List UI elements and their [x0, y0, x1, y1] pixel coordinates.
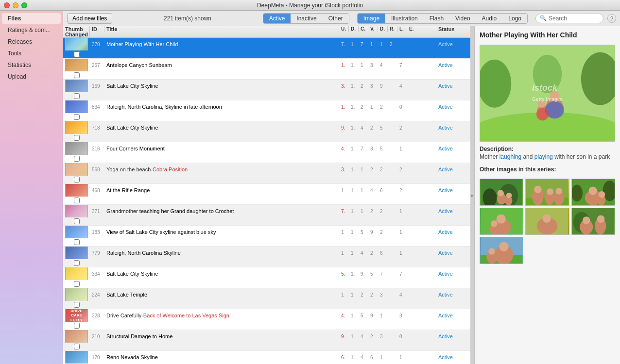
series-thumb-7[interactable] [480, 237, 523, 264]
table-row[interactable]: 779 Raleigh, North Carolina Skyline 1 1 … [63, 247, 470, 267]
help-button[interactable]: ? [607, 14, 616, 23]
row-status: Active [436, 38, 470, 50]
svg-point-21 [534, 186, 541, 193]
add-files-button[interactable]: Add new files [67, 13, 112, 24]
minimize-button[interactable] [13, 2, 18, 8]
table-row[interactable]: 183 View of Salt Lake City skyline again… [63, 226, 470, 247]
col-status[interactable]: Status [436, 26, 470, 32]
table-row[interactable]: 371 Grandmother teaching her Grand daugh… [63, 205, 470, 226]
table-row[interactable]: 468 At the Rifle Range 1 1. 1 4 6 2 Acti… [63, 184, 470, 205]
svg-point-30 [588, 186, 597, 195]
search-icon: 🔍 [540, 15, 547, 21]
table-row[interactable]: 370 Mother Playing With Her Child 7. 1. … [63, 38, 470, 59]
svg-point-10 [536, 108, 549, 121]
table-row[interactable]: 170 Reno Nevada Skyline 6. 1. 4 6 1 1 Ac… [63, 351, 470, 364]
tab-audio[interactable]: Audio [476, 14, 503, 23]
series-thumb-6[interactable] [571, 208, 615, 235]
sidebar-item-files[interactable]: Files [2, 13, 61, 24]
tab-flash[interactable]: Flash [424, 14, 449, 23]
sidebar-item-releases[interactable]: Releases [2, 36, 61, 47]
svg-point-37 [491, 220, 498, 227]
series-thumb-4[interactable] [480, 208, 523, 235]
table-row[interactable]: 224 Salt Lake Temple 1 1 2 2 3 4 Active [63, 288, 470, 309]
series-thumb-2[interactable] [525, 179, 569, 206]
svg-point-44 [583, 216, 590, 224]
maximize-button[interactable] [21, 2, 27, 8]
right-panel: Mother Playing With Her Child [474, 26, 620, 364]
svg-point-25 [556, 188, 563, 195]
tab-illustration[interactable]: Illustration [385, 14, 424, 23]
col-e[interactable]: E. [407, 26, 436, 32]
table-row[interactable]: 718 Salt Lake City Skyline 9. 1. 4 2 5 2… [63, 121, 470, 142]
file-table: Thumb ID Title U. D. C. V. D. R. L. E. S… [63, 26, 470, 364]
col-d2[interactable]: D. [378, 26, 388, 32]
row-checkbox-cell[interactable] [63, 50, 90, 58]
col-u[interactable]: U. [339, 26, 349, 32]
tab-logo[interactable]: Logo [502, 14, 527, 23]
svg-point-50 [499, 242, 508, 251]
col-changed[interactable]: Changed [63, 32, 90, 38]
tab-active[interactable]: Active [263, 14, 291, 23]
sidebar-item-tools[interactable]: Tools [2, 48, 61, 59]
table-row[interactable]: 568 Yoga on the beach - Cobra Position 3… [63, 163, 470, 184]
svg-point-17 [506, 193, 512, 199]
col-r[interactable]: R. [388, 26, 397, 32]
svg-point-35 [497, 215, 506, 224]
tab-image[interactable]: Image [358, 14, 385, 23]
col-title[interactable]: Title [104, 26, 339, 32]
toolbar: Add new files 221 item(s) shown Active I… [63, 11, 620, 26]
window-title: DeepMeta - Manage your iStock portfolio [257, 2, 363, 9]
tab-video[interactable]: Video [449, 14, 476, 23]
table-row[interactable]: 316 Four Corners Monument 4. 1. 7 3 5 1 … [63, 142, 470, 163]
series-thumb-1[interactable] [480, 179, 523, 206]
search-input[interactable] [549, 15, 599, 22]
series-grid [480, 179, 615, 264]
table-row[interactable]: 159 Salt Lake City Skyline 3. 1. 2 3 9 4… [63, 80, 470, 100]
svg-point-40 [543, 215, 551, 223]
main-preview-image: istockGetty Images [480, 45, 615, 142]
series-thumb-5[interactable] [525, 208, 569, 235]
col-id[interactable]: ID [90, 26, 104, 32]
col-v[interactable]: V. [368, 26, 378, 32]
description-label: Description: [480, 146, 615, 152]
series-label: Other images in this series: [480, 166, 615, 173]
thumb-cell [63, 38, 90, 50]
description-text: Mother laughing and playing with her son… [480, 153, 615, 160]
sidebar: Files Ratings & com... Releases Tools St… [0, 11, 63, 364]
selected-item-title: Mother Playing With Her Child [480, 31, 615, 39]
description-section: Description: Mother laughing and playing… [480, 146, 615, 160]
search-box[interactable]: 🔍 [535, 14, 603, 23]
table-row[interactable]: 834 Raleigh, North Carolina, Skyline in … [63, 100, 470, 121]
svg-point-15 [497, 190, 504, 197]
table-row[interactable]: 257 Antelope Canyon Sunbeam 1. 1. 1 3 4 … [63, 59, 470, 80]
col-l[interactable]: L. [397, 26, 407, 32]
svg-point-32 [598, 191, 605, 198]
table-row[interactable]: 210 Structural Damage to Home 9. 1. 4 2 … [63, 330, 470, 351]
table-row[interactable]: DRIVECAREFULLY 328 Drive Carefully - Bac… [63, 309, 470, 330]
window-controls[interactable] [4, 2, 27, 8]
tab-inactive[interactable]: Inactive [291, 14, 322, 23]
row-id: 370 [90, 38, 104, 50]
tab-other[interactable]: Other [323, 14, 349, 23]
table-header: Thumb ID Title U. D. C. V. D. R. L. E. S… [63, 26, 470, 38]
watermark: istockGetty Images [532, 83, 563, 103]
svg-point-52 [488, 248, 495, 255]
titlebar: DeepMeta - Manage your iStock portfolio [0, 0, 620, 11]
status-tab-group: Active Inactive Other [263, 13, 349, 24]
type-tab-group: Image Illustration Flash Video Audio Log… [357, 13, 528, 24]
col-d[interactable]: D. [349, 26, 359, 32]
col-c[interactable]: C. [359, 26, 368, 32]
sidebar-item-upload[interactable]: Upload [2, 71, 61, 82]
row-title: Mother Playing With Her Child [104, 38, 339, 50]
sidebar-item-ratings[interactable]: Ratings & com... [2, 25, 61, 35]
svg-point-23 [547, 188, 554, 195]
close-button[interactable] [4, 2, 10, 8]
svg-point-46 [597, 215, 604, 222]
sidebar-item-statistics[interactable]: Statistics [2, 60, 61, 70]
series-thumb-3[interactable] [571, 179, 615, 206]
item-count: 221 item(s) shown [116, 15, 258, 22]
panel-resize-handle[interactable]: ▸ [470, 26, 474, 364]
col-thumb: Thumb [63, 26, 90, 32]
table-row[interactable]: 334 Salt Lake City Skyline 5. 1. 9 5 7 7… [63, 267, 470, 288]
